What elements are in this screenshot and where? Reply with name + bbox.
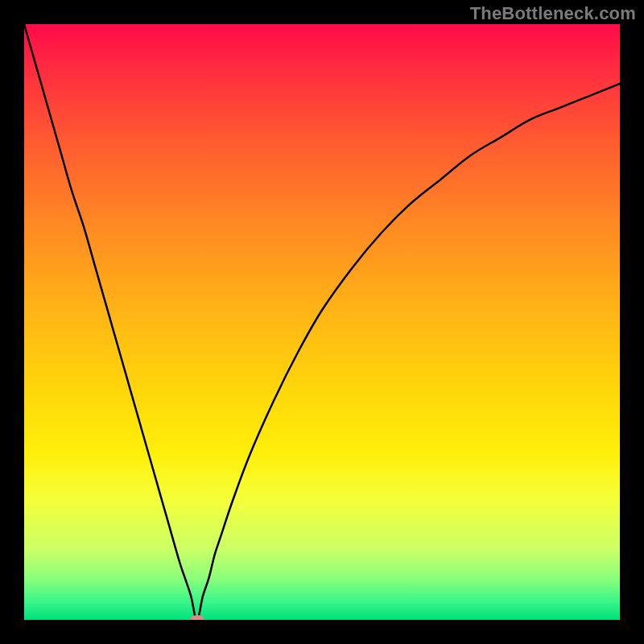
- watermark-text: TheBottleneck.com: [470, 3, 636, 24]
- curve-svg: [24, 24, 620, 620]
- plot-area: [24, 24, 620, 620]
- optimal-marker: [190, 615, 204, 620]
- chart-frame: TheBottleneck.com: [0, 0, 644, 644]
- curve-path: [24, 24, 620, 620]
